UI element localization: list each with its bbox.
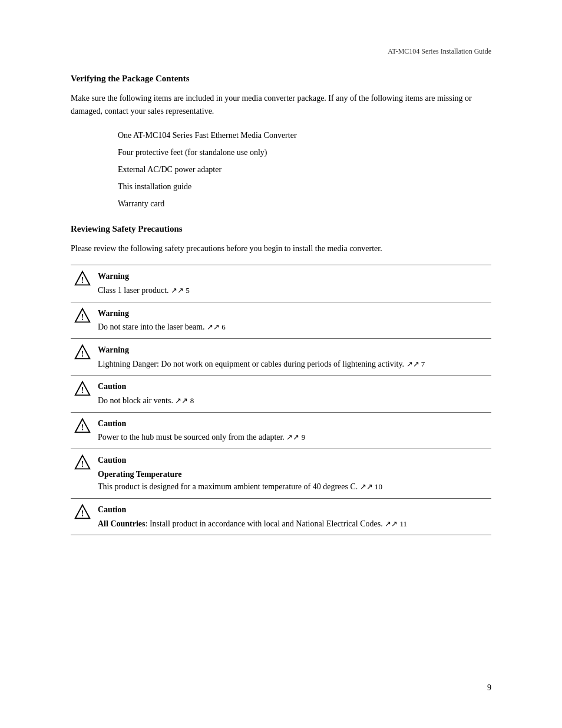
warning-icon-cell: ! — [71, 412, 94, 449]
page: AT-MC104 Series Installation Guide Verif… — [0, 0, 562, 728]
warning-type-label: Caution — [98, 503, 488, 516]
warning-icon-cell: ! — [71, 338, 94, 375]
warning-type-label: Warning — [98, 307, 488, 320]
caution-icon: ! — [74, 380, 91, 397]
warning-detail: Lightning Danger: Do not work on equipme… — [98, 358, 488, 371]
svg-text:!: ! — [81, 460, 84, 469]
warning-icon-cell: ! — [71, 265, 94, 302]
page-header: AT-MC104 Series Installation Guide — [71, 47, 491, 56]
warning-detail: Power to the hub must be sourced only fr… — [98, 431, 488, 444]
table-row: ! WarningDo not stare into the laser bea… — [71, 302, 491, 338]
warning-content: CautionAll Countries: Install product in… — [94, 499, 491, 535]
verifying-heading: Verifying the Package Contents — [71, 74, 491, 84]
warning-icon-cell: ! — [71, 449, 94, 499]
ref-link: ↗↗ 8 — [175, 396, 194, 405]
warning-detail: Do not stare into the laser beam. ↗↗ 6 — [98, 321, 488, 334]
header-title: AT-MC104 Series Installation Guide — [388, 47, 491, 55]
ref-link: ↗↗ 11 — [385, 519, 407, 528]
list-item: Four protective feet (for standalone use… — [118, 146, 491, 159]
warning-content: WarningClass 1 laser product. ↗↗ 5 — [94, 265, 491, 302]
ref-link: ↗↗ 6 — [207, 322, 226, 331]
safety-intro: Please review the following safety preca… — [71, 242, 491, 255]
warning-type-label: Caution — [98, 380, 488, 393]
warning-type-label: Caution — [98, 454, 488, 467]
warning-icon-cell: ! — [71, 302, 94, 338]
svg-text:!: ! — [81, 509, 84, 518]
warning-content: WarningLightning Danger: Do not work on … — [94, 338, 491, 375]
warning-detail: Do not block air vents. ↗↗ 8 — [98, 394, 488, 407]
warning-detail: All Countries: Install product in accord… — [98, 518, 488, 531]
table-row: ! WarningClass 1 laser product. ↗↗ 5 — [71, 265, 491, 302]
warning-content: CautionOperating TemperatureThis product… — [94, 449, 491, 499]
verifying-section: Verifying the Package Contents Make sure… — [71, 74, 491, 210]
svg-text:!: ! — [81, 312, 84, 321]
warning-icon: ! — [74, 307, 91, 324]
ref-link: ↗↗ 5 — [171, 286, 190, 295]
caution-icon: ! — [74, 503, 91, 520]
safety-heading: Reviewing Safety Precautions — [71, 224, 491, 234]
warning-icon: ! — [74, 270, 91, 286]
warnings-table: ! WarningClass 1 laser product. ↗↗ 5 ! W… — [71, 265, 491, 535]
warning-content: WarningDo not stare into the laser beam.… — [94, 302, 491, 338]
caution-icon: ! — [74, 417, 91, 434]
package-items-list: One AT-MC104 Series Fast Ethernet Media … — [118, 129, 491, 210]
list-item: External AC/DC power adapter — [118, 163, 491, 176]
ref-link: ↗↗ 10 — [360, 482, 382, 491]
ref-link: ↗↗ 9 — [286, 433, 305, 442]
svg-text:!: ! — [81, 276, 84, 285]
warning-icon-cell: ! — [71, 499, 94, 535]
table-row: ! CautionPower to the hub must be source… — [71, 412, 491, 449]
list-item: This installation guide — [118, 180, 491, 193]
caution-icon: ! — [74, 454, 91, 470]
warning-type-label: Caution — [98, 417, 488, 430]
list-item: One AT-MC104 Series Fast Ethernet Media … — [118, 129, 491, 141]
warning-icon: ! — [74, 344, 91, 360]
svg-text:!: ! — [81, 423, 84, 432]
table-row: ! CautionAll Countries: Install product … — [71, 499, 491, 535]
svg-text:!: ! — [81, 350, 84, 358]
svg-text:!: ! — [81, 386, 84, 395]
warning-type-label: Warning — [98, 344, 488, 357]
warning-detail: Class 1 laser product. ↗↗ 5 — [98, 284, 488, 297]
table-row: ! WarningLightning Danger: Do not work o… — [71, 338, 491, 375]
warning-icon-cell: ! — [71, 375, 94, 412]
safety-section: Reviewing Safety Precautions Please revi… — [71, 224, 491, 536]
warning-sublabel: Operating Temperature — [98, 468, 488, 481]
warning-content: CautionDo not block air vents. ↗↗ 8 — [94, 375, 491, 412]
warning-detail: This product is designed for a maximum a… — [98, 480, 488, 493]
verifying-intro: Make sure the following items are includ… — [71, 92, 491, 118]
table-row: ! CautionDo not block air vents. ↗↗ 8 — [71, 375, 491, 412]
warning-type-label: Warning — [98, 270, 488, 283]
list-item: Warranty card — [118, 197, 491, 210]
warning-content: CautionPower to the hub must be sourced … — [94, 412, 491, 449]
ref-link: ↗↗ 7 — [406, 360, 425, 368]
page-number: 9 — [487, 683, 491, 693]
table-row: ! CautionOperating TemperatureThis produ… — [71, 449, 491, 499]
